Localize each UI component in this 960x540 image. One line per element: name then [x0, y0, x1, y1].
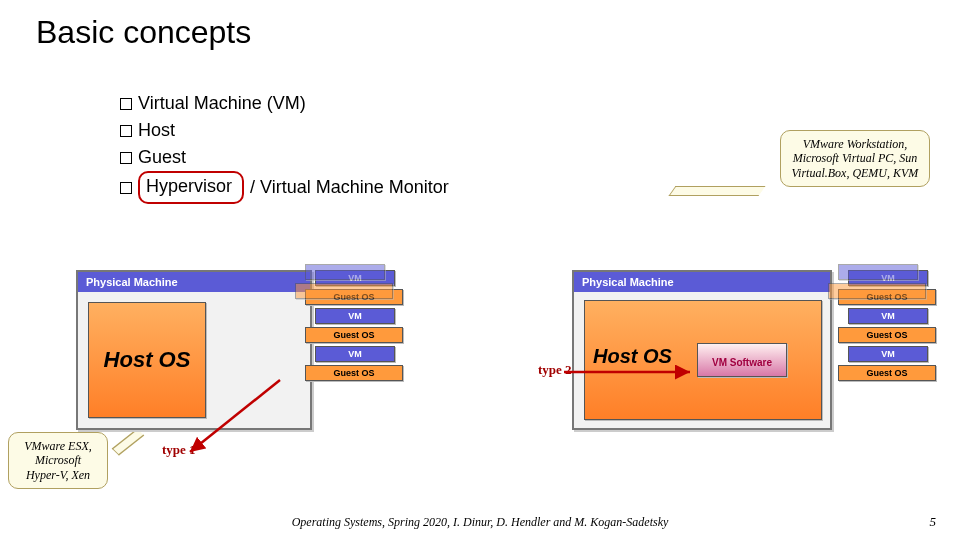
guest-os-bar: Guest OS [305, 365, 403, 381]
arrow-icon [560, 364, 710, 404]
vm-bar: VM [848, 346, 928, 362]
vm-stack [295, 264, 395, 302]
page-number: 5 [930, 514, 937, 530]
bullet-text: / Virtual Machine Monitor [250, 174, 449, 201]
square-icon [120, 98, 132, 110]
physical-machine-bar: Physical Machine [574, 272, 830, 292]
vm-bar: VM [315, 346, 395, 362]
bullet-list: Virtual Machine (VM) Host Guest Hypervis… [120, 90, 449, 204]
guest-os-bar [295, 283, 393, 299]
bullet-text: Host [138, 117, 175, 144]
guest-os-bar: Guest OS [838, 327, 936, 343]
bullet-text: Guest [138, 144, 186, 171]
vm-bar [838, 264, 918, 280]
physical-machine-bar: Physical Machine [78, 272, 310, 292]
square-icon [120, 152, 132, 164]
guest-os-bar: Guest OS [305, 327, 403, 343]
square-icon [120, 182, 132, 194]
footer-text: Operating Systems, Spring 2020, I. Dinur… [0, 515, 960, 530]
svg-line-0 [190, 380, 280, 452]
hypervisor-highlight: Hypervisor [138, 171, 244, 204]
vm-bar: VM [315, 308, 395, 324]
vm-bar: VM [848, 308, 928, 324]
bullet-vm: Virtual Machine (VM) [120, 90, 449, 117]
vm-stack [828, 264, 928, 302]
bullet-text: Virtual Machine (VM) [138, 90, 306, 117]
callout-tail-icon [668, 186, 765, 196]
guest-os-bar: Guest OS [838, 365, 936, 381]
bullet-host: Host [120, 117, 449, 144]
diagram-type2: Physical Machine Host OS VM Software [572, 270, 832, 430]
square-icon [120, 125, 132, 137]
guest-os-bar [828, 283, 926, 299]
callout-tail-icon [112, 429, 145, 456]
arrow-icon [170, 360, 290, 460]
vm-bar [305, 264, 385, 280]
bullet-guest: Guest [120, 144, 449, 171]
callout-type2-examples: VMware Workstation, Microsoft Virtual PC… [780, 130, 930, 187]
slide-title: Basic concepts [36, 14, 251, 51]
vm-software-box: VM Software [697, 343, 787, 377]
callout-type1-examples: VMware ESX, Microsoft Hyper-V, Xen [8, 432, 108, 489]
bullet-hypervisor: Hypervisor / Virtual Machine Monitor [120, 171, 449, 204]
